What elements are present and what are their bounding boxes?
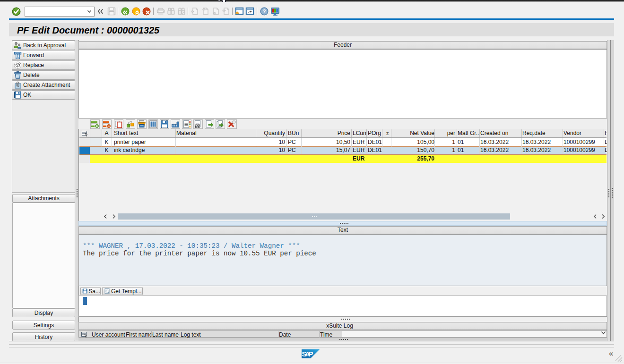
svg-text:SAP: SAP xyxy=(302,350,313,358)
svg-text:?: ? xyxy=(262,8,266,14)
